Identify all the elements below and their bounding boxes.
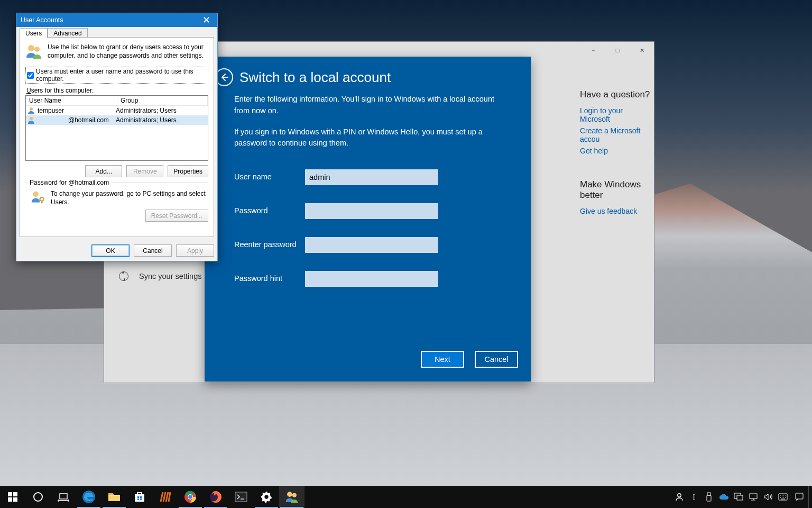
user-row-name: @hotmail.com <box>38 116 109 124</box>
label-reenter-password: Reenter password <box>234 239 305 251</box>
svg-rect-28 <box>707 495 711 501</box>
taskbar-app-settings[interactable] <box>254 486 279 508</box>
gear-icon <box>261 491 272 503</box>
svg-point-0 <box>28 45 34 51</box>
taskbar-app-file-explorer[interactable] <box>102 486 127 508</box>
switch-local-account-panel: Switch to a local account Enter the foll… <box>205 57 531 382</box>
svg-rect-31 <box>750 494 757 498</box>
start-button[interactable] <box>0 486 25 508</box>
users-icon <box>25 43 42 61</box>
user-icon <box>27 106 35 115</box>
cancel-button[interactable]: Cancel <box>475 351 518 368</box>
password-for-legend: Password for @hotmail.com <box>27 179 111 186</box>
user-row[interactable]: tempuser Administrators; Users <box>26 106 208 115</box>
require-password-checkbox-row[interactable]: Users must enter a user name and passwor… <box>25 67 208 84</box>
tray-action-center[interactable] <box>790 486 808 508</box>
notification-icon <box>795 492 804 502</box>
reset-password-button[interactable]: Reset Password... <box>145 210 208 222</box>
taskbar-app-firefox[interactable] <box>203 486 228 508</box>
reenter-password-input[interactable] <box>305 237 438 253</box>
tab-users[interactable]: Users <box>20 28 48 38</box>
switch-title: Switch to a local account <box>239 69 391 86</box>
user-accounts-close-button[interactable]: ✕ <box>195 13 217 27</box>
taskbar-app-store[interactable] <box>127 486 152 508</box>
apply-button[interactable]: Apply <box>176 244 214 257</box>
svg-point-2 <box>30 107 33 111</box>
key-user-icon <box>31 189 45 206</box>
svg-rect-14 <box>135 494 144 502</box>
user-row[interactable]: @hotmail.com Administrators; Users <box>26 115 208 125</box>
taskbar-app-generic-orange[interactable] <box>152 486 178 508</box>
svg-rect-15 <box>137 496 139 498</box>
users-listview-header[interactable]: User Name Group <box>26 96 208 106</box>
svg-point-3 <box>30 117 33 120</box>
tray-volume[interactable] <box>761 486 776 508</box>
require-password-label: Users must enter a user name and passwor… <box>36 68 206 83</box>
remove-user-button[interactable]: Remove <box>126 165 163 177</box>
tray-screen[interactable] <box>731 486 746 508</box>
user-icon <box>27 116 35 124</box>
label-username: User name <box>234 171 305 183</box>
svg-rect-13 <box>108 496 120 501</box>
password-change-text: To change your password, go to PC settin… <box>51 189 206 206</box>
task-view-button[interactable] <box>51 486 76 508</box>
taskbar:  <box>0 486 812 508</box>
tray-overflow-chevron[interactable]:  <box>687 486 702 508</box>
cortana-button[interactable] <box>25 486 51 508</box>
user-accounts-title: User Accounts <box>21 16 63 24</box>
chevron-up-icon:  <box>693 493 695 501</box>
taskbar-app-terminal[interactable] <box>228 486 254 508</box>
add-user-button[interactable]: Add... <box>85 165 122 177</box>
back-button[interactable] <box>215 68 233 86</box>
store-icon <box>133 491 146 503</box>
svg-rect-33 <box>796 493 803 499</box>
password-input[interactable] <box>305 203 438 219</box>
tray-usb[interactable] <box>702 486 716 508</box>
tray-network[interactable] <box>746 486 761 508</box>
svg-rect-27 <box>707 493 710 495</box>
switch-intro-1: Enter the following information. You'll … <box>234 94 501 117</box>
svg-rect-16 <box>140 496 142 498</box>
svg-rect-30 <box>737 495 743 500</box>
show-desktop-button[interactable] <box>808 486 812 508</box>
cortana-icon <box>33 492 43 502</box>
usb-icon <box>706 492 712 502</box>
username-input[interactable] <box>305 169 438 185</box>
taskbar-app-chrome[interactable] <box>178 486 203 508</box>
cloud-icon <box>718 493 729 501</box>
password-hint-input[interactable] <box>305 271 438 287</box>
label-password: Password <box>234 205 305 217</box>
people-icon <box>675 492 684 502</box>
label-password-hint: Password hint <box>234 273 305 285</box>
edge-icon <box>82 490 96 504</box>
tray-onedrive[interactable] <box>716 486 731 508</box>
require-password-checkbox[interactable] <box>27 72 34 79</box>
users-listview[interactable]: User Name Group tempuser Administrators;… <box>25 95 208 161</box>
taskbar-app-edge[interactable] <box>76 486 102 508</box>
user-row-group: Administrators; Users <box>113 107 208 114</box>
next-button[interactable]: Next <box>421 351 464 368</box>
properties-button[interactable]: Properties <box>168 165 208 177</box>
column-group[interactable]: Group <box>117 96 208 105</box>
user-accounts-dialog: User Accounts ✕ Users Advanced Use the l… <box>16 13 218 261</box>
svg-rect-17 <box>137 498 139 500</box>
taskbar-app-user-accounts[interactable] <box>279 486 304 508</box>
ok-button[interactable]: OK <box>91 244 130 257</box>
project-icon <box>734 493 743 501</box>
svg-point-26 <box>678 494 681 497</box>
svg-rect-23 <box>235 492 247 502</box>
tray-people[interactable] <box>672 486 687 508</box>
firefox-icon <box>209 491 222 503</box>
users-for-computer-label: Users for this computer: <box>26 87 208 94</box>
cancel-button-ua[interactable]: Cancel <box>134 244 172 257</box>
column-username[interactable]: User Name <box>26 96 117 105</box>
svg-rect-6 <box>8 492 12 496</box>
svg-rect-18 <box>140 498 142 500</box>
network-icon <box>749 493 758 501</box>
users-icon <box>285 490 299 504</box>
user-row-group: Administrators; Users <box>113 116 208 124</box>
tray-language[interactable] <box>776 486 790 508</box>
user-accounts-titlebar[interactable]: User Accounts ✕ <box>16 13 217 27</box>
svg-point-4 <box>33 192 39 197</box>
arrow-left-icon <box>220 73 228 81</box>
